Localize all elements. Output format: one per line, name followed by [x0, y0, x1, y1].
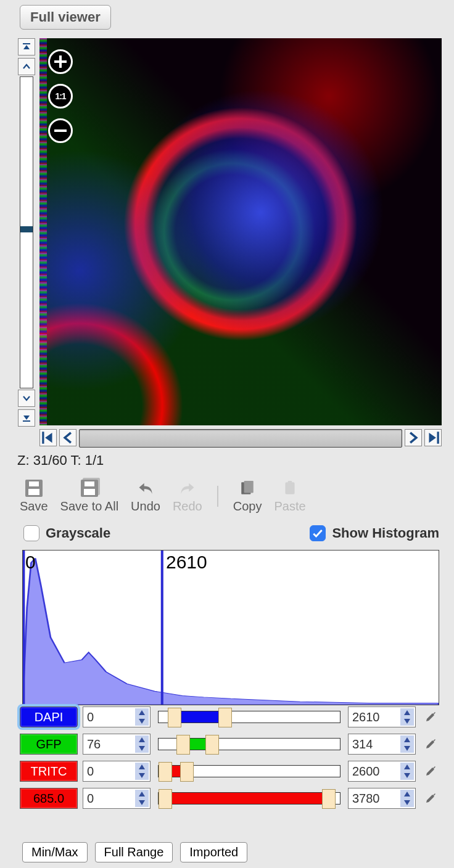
- t-slider-strip: [39, 429, 442, 448]
- color-picker-button[interactable]: [421, 762, 439, 780]
- channel-max-value: 2600: [352, 764, 380, 779]
- z-slider-strip: [17, 38, 36, 427]
- jump-bottom-icon: [22, 413, 31, 423]
- copy-button[interactable]: Copy: [233, 478, 262, 514]
- spin-arrows[interactable]: [135, 790, 149, 807]
- zoom-1to1-button[interactable]: 1:1: [48, 84, 73, 108]
- range-thumb-min[interactable]: [176, 735, 190, 755]
- t-jump-start-button[interactable]: [39, 429, 57, 446]
- save-icon: [23, 478, 45, 498]
- z-slider-thumb[interactable]: [20, 226, 33, 232]
- imported-button[interactable]: Imported: [180, 842, 247, 862]
- svg-marker-20: [139, 764, 145, 769]
- channel-min-input[interactable]: 0: [83, 788, 151, 809]
- range-thumb-min[interactable]: [159, 762, 172, 782]
- undo-button[interactable]: Undo: [131, 478, 160, 514]
- channel-toggle-button[interactable]: GFP: [20, 734, 78, 755]
- save-label: Save: [20, 499, 48, 514]
- t-step-prev-button[interactable]: [59, 429, 76, 446]
- range-thumb-max[interactable]: [180, 762, 194, 782]
- z-step-up-button[interactable]: [18, 58, 35, 75]
- channel-row: GFP76314: [20, 734, 439, 755]
- z-jump-bottom-button[interactable]: [18, 409, 35, 427]
- min-max-button[interactable]: Min/Max: [22, 842, 88, 862]
- zoom-out-button[interactable]: [48, 118, 73, 143]
- channel-toggle-button[interactable]: 685.0: [20, 788, 78, 809]
- paste-button[interactable]: Paste: [274, 478, 305, 514]
- channel-max-input[interactable]: 3780: [348, 788, 416, 809]
- svg-marker-5: [45, 433, 52, 443]
- channel-range-slider[interactable]: [158, 792, 340, 805]
- svg-marker-21: [139, 773, 145, 778]
- channel-toggle-button[interactable]: DAPI: [20, 706, 78, 727]
- image-viewport[interactable]: 1:1: [39, 38, 442, 425]
- channel-range-slider[interactable]: [158, 765, 340, 777]
- svg-rect-0: [23, 43, 30, 44]
- channel-row: DAPI02610: [20, 706, 439, 727]
- zoom-in-button[interactable]: [48, 49, 73, 74]
- redo-icon: [176, 478, 199, 498]
- full-range-button[interactable]: Full Range: [95, 842, 173, 862]
- svg-marker-1: [23, 45, 30, 49]
- range-thumb-min[interactable]: [159, 789, 172, 809]
- svg-marker-14: [404, 710, 410, 715]
- channel-min-input[interactable]: 0: [83, 761, 151, 782]
- spin-arrows[interactable]: [400, 708, 414, 726]
- color-picker-button[interactable]: [421, 735, 439, 753]
- color-picker-button[interactable]: [421, 708, 439, 726]
- check-icon: [312, 527, 324, 539]
- z-t-status-text: Z: 31/60 T: 1/1: [17, 452, 104, 469]
- z-jump-top-button[interactable]: [18, 38, 35, 55]
- channel-min-value: 0: [87, 764, 94, 779]
- channels-panel: DAPI02610GFP76314TRITC02600685.003780: [20, 706, 439, 815]
- svg-marker-24: [139, 792, 145, 796]
- channel-range-slider[interactable]: [158, 711, 340, 723]
- color-picker-button[interactable]: [421, 789, 439, 808]
- save-button[interactable]: Save: [20, 478, 48, 514]
- redo-button[interactable]: Redo: [173, 478, 202, 514]
- spin-arrows[interactable]: [400, 735, 414, 753]
- show-histogram-checkbox[interactable]: [310, 525, 326, 541]
- spin-arrows[interactable]: [135, 735, 149, 753]
- svg-marker-19: [404, 746, 410, 751]
- spin-arrows[interactable]: [135, 708, 149, 726]
- spin-arrows[interactable]: [135, 763, 149, 780]
- channel-max-input[interactable]: 314: [348, 734, 416, 755]
- z-slider-track[interactable]: [20, 76, 33, 388]
- range-thumb-max[interactable]: [205, 735, 219, 755]
- grayscale-checkbox[interactable]: [23, 525, 39, 541]
- zoom-controls: 1:1: [48, 49, 73, 143]
- svg-rect-9: [244, 481, 254, 493]
- channel-range-slider[interactable]: [158, 738, 340, 750]
- channel-toggle-button[interactable]: TRITC: [20, 761, 78, 782]
- svg-marker-27: [404, 800, 410, 805]
- histogram-options-row: Grayscale Show Histogram: [23, 525, 439, 541]
- z-step-down-button[interactable]: [18, 390, 35, 407]
- chevron-right-icon: [405, 430, 421, 446]
- histogram-panel[interactable]: 0 2610: [22, 550, 439, 705]
- svg-marker-16: [139, 737, 145, 742]
- redo-label: Redo: [173, 499, 202, 514]
- svg-marker-26: [404, 792, 410, 796]
- spin-arrows[interactable]: [400, 763, 414, 780]
- range-thumb-max[interactable]: [322, 789, 336, 809]
- channel-max-input[interactable]: 2610: [348, 706, 416, 727]
- range-thumb-min[interactable]: [168, 708, 181, 727]
- show-histogram-label: Show Histogram: [332, 525, 439, 541]
- svg-marker-18: [404, 737, 410, 742]
- range-thumb-max[interactable]: [218, 708, 232, 727]
- full-viewer-button[interactable]: Full viewer: [20, 5, 111, 30]
- range-fill: [159, 793, 325, 804]
- spin-arrows[interactable]: [400, 790, 414, 807]
- save-to-all-button[interactable]: Save to All: [60, 478, 119, 514]
- t-slider-track[interactable]: [79, 429, 402, 448]
- channel-min-input[interactable]: 0: [83, 706, 151, 727]
- histogram-window-min: 0: [25, 552, 36, 573]
- range-preset-buttons: Min/Max Full Range Imported: [22, 842, 247, 862]
- channel-max-input[interactable]: 2600: [348, 761, 416, 782]
- channel-min-input[interactable]: 76: [83, 734, 151, 755]
- svg-rect-7: [437, 432, 439, 444]
- t-jump-end-button[interactable]: [424, 429, 442, 446]
- t-step-next-button[interactable]: [405, 429, 422, 446]
- chevron-down-icon: [22, 393, 31, 403]
